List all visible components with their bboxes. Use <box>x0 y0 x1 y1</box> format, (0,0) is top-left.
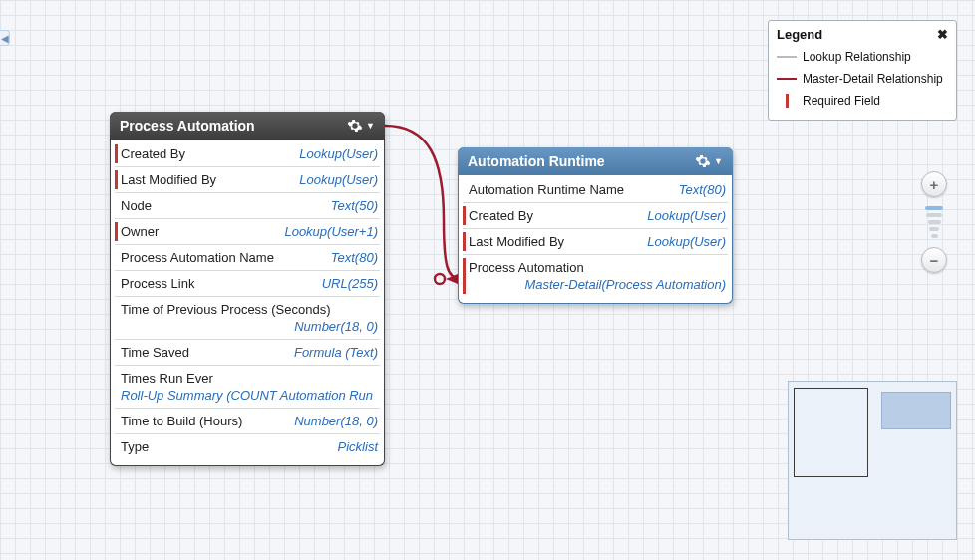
legend-label: Master-Detail Relationship <box>803 72 943 86</box>
field-label: Owner <box>121 224 159 239</box>
field-type: Lookup(User) <box>647 234 726 249</box>
field-row[interactable]: Process AutomationMaster-Detail(Process … <box>463 255 728 297</box>
field-label: Process Automation <box>469 260 584 275</box>
master-detail-line-icon <box>777 78 797 80</box>
field-label: Process Automation Name <box>121 250 274 265</box>
gear-icon <box>695 153 711 169</box>
field-type: Number(18, 0) <box>294 414 378 428</box>
minimap-viewport[interactable] <box>794 388 868 477</box>
legend-item-master-detail: Master-Detail Relationship <box>777 68 948 90</box>
minimap[interactable] <box>788 381 957 540</box>
field-type: Formula (Text) <box>294 345 378 360</box>
field-row[interactable]: Created ByLookup(User) <box>115 141 380 167</box>
object-header[interactable]: Process Automation ▼ <box>110 112 385 140</box>
field-type: Lookup(User) <box>647 208 726 223</box>
object-title: Process Automation <box>120 118 255 134</box>
object-menu-button[interactable]: ▼ <box>695 153 723 169</box>
field-type: Lookup(User+1) <box>284 224 378 239</box>
panel-collapse-toggle[interactable]: ◀ <box>0 30 10 46</box>
field-label: Automation Runtime Name <box>469 182 624 197</box>
minimap-thumbnail <box>881 392 951 429</box>
gear-icon <box>347 118 363 134</box>
zoom-slider[interactable] <box>925 201 943 243</box>
field-row[interactable]: NodeText(50) <box>115 193 380 219</box>
field-row[interactable]: Last Modified ByLookup(User) <box>115 167 380 193</box>
field-row[interactable]: Times Run EverRoll-Up Summary (COUNT Aut… <box>115 366 380 409</box>
field-type: Text(80) <box>679 182 726 197</box>
field-type: Text(50) <box>331 198 378 213</box>
legend-header: Legend ✖ <box>777 27 948 42</box>
legend-item-lookup: Lookup Relationship <box>777 46 948 68</box>
field-row[interactable]: Time SavedFormula (Text) <box>115 340 380 366</box>
zoom-control: + − <box>921 171 947 273</box>
field-type: Roll-Up Summary (COUNT Automation Run <box>121 388 373 403</box>
legend-close-button[interactable]: ✖ <box>937 27 948 42</box>
field-row[interactable]: Created ByLookup(User) <box>463 203 728 229</box>
chevron-down-icon: ▼ <box>714 156 723 166</box>
field-list: Created ByLookup(User)Last Modified ByLo… <box>110 140 385 466</box>
field-list: Automation Runtime NameText(80)Created B… <box>458 175 733 304</box>
required-bar-icon <box>777 94 797 108</box>
field-label: Created By <box>121 146 185 161</box>
field-row[interactable]: Process Automation NameText(80) <box>115 245 380 271</box>
object-title: Automation Runtime <box>468 153 605 169</box>
field-row[interactable]: Automation Runtime NameText(80) <box>463 177 728 203</box>
lookup-line-icon <box>777 56 797 58</box>
field-label: Node <box>121 198 152 213</box>
svg-point-0 <box>435 274 445 284</box>
field-row[interactable]: Process LinkURL(255) <box>115 271 380 297</box>
field-row[interactable]: OwnerLookup(User+1) <box>115 219 380 245</box>
field-label: Process Link <box>121 276 194 291</box>
object-menu-button[interactable]: ▼ <box>347 118 375 134</box>
field-row[interactable]: Last Modified ByLookup(User) <box>463 229 728 255</box>
field-row[interactable]: Time of Previous Process (Seconds)Number… <box>115 297 380 340</box>
legend-label: Required Field <box>803 94 880 108</box>
field-label: Time to Build (Hours) <box>121 414 242 428</box>
legend-title: Legend <box>777 27 822 42</box>
legend-label: Lookup Relationship <box>803 50 911 64</box>
field-type: Lookup(User) <box>299 172 378 187</box>
field-row[interactable]: Time to Build (Hours)Number(18, 0) <box>115 409 380 434</box>
legend-panel: Legend ✖ Lookup Relationship Master-Deta… <box>768 20 957 121</box>
field-label: Created By <box>469 208 533 223</box>
object-header[interactable]: Automation Runtime ▼ <box>458 147 733 175</box>
field-label: Last Modified By <box>469 234 564 249</box>
zoom-out-button[interactable]: − <box>921 247 947 273</box>
legend-item-required: Required Field <box>777 90 948 112</box>
field-label: Last Modified By <box>121 172 216 187</box>
object-process-automation[interactable]: Process Automation ▼ Created ByLookup(Us… <box>110 112 385 466</box>
zoom-in-button[interactable]: + <box>921 171 947 197</box>
field-type: URL(255) <box>322 276 378 291</box>
chevron-down-icon: ▼ <box>366 121 375 131</box>
field-row[interactable]: TypePicklist <box>115 434 380 459</box>
field-label: Times Run Ever <box>121 371 213 386</box>
field-label: Type <box>121 439 149 454</box>
field-type: Text(80) <box>331 250 378 265</box>
field-type: Lookup(User) <box>299 146 378 161</box>
field-type: Master-Detail(Process Automation) <box>524 277 726 292</box>
field-type: Number(18, 0) <box>294 319 378 334</box>
field-label: Time Saved <box>121 345 189 360</box>
field-type: Picklist <box>338 439 378 454</box>
object-automation-runtime[interactable]: Automation Runtime ▼ Automation Runtime … <box>458 147 733 304</box>
field-label: Time of Previous Process (Seconds) <box>121 302 330 317</box>
